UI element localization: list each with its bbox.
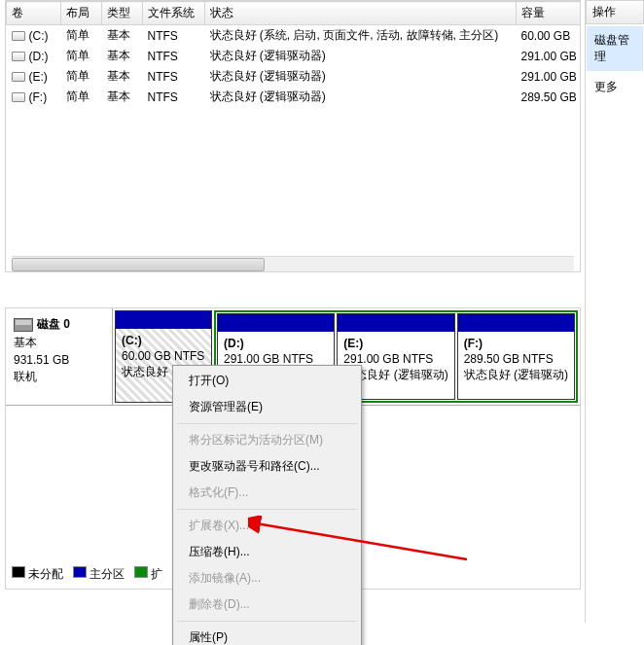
- partition-header: [218, 314, 334, 332]
- actions-disk-management[interactable]: 磁盘管理: [587, 26, 643, 71]
- drive-icon: [12, 92, 25, 102]
- col-filesystem[interactable]: 文件系统: [143, 2, 205, 25]
- menu-open[interactable]: 打开(O): [175, 368, 359, 394]
- legend-unallocated: 未分配: [28, 567, 63, 581]
- horizontal-scrollbar[interactable]: [12, 256, 574, 271]
- disk-size: 931.51 GB: [14, 353, 104, 367]
- drive-icon: [12, 72, 25, 82]
- legend-swatch-unallocated: [12, 566, 25, 578]
- menu-format: 格式化(F)...: [175, 480, 359, 506]
- partition-header: [116, 311, 211, 329]
- col-volume[interactable]: 卷: [7, 2, 61, 25]
- disk-icon: [14, 318, 33, 332]
- part-letter: (F:): [464, 336, 568, 351]
- disk-label-block[interactable]: 磁盘 0 基本 931.51 GB 联机: [6, 308, 113, 405]
- col-type[interactable]: 类型: [102, 2, 143, 25]
- drive-icon: [12, 52, 25, 61]
- col-capacity[interactable]: 容量: [517, 2, 582, 25]
- disk-title: 磁盘 0: [37, 316, 70, 333]
- actions-panel: 操作 磁盘管理 更多: [586, 0, 644, 623]
- part-size: 289.50 GB NTFS: [464, 351, 568, 367]
- actions-title: 操作: [586, 0, 644, 24]
- menu-separator: [177, 509, 357, 510]
- legend: 未分配 主分区 扩: [12, 566, 162, 583]
- part-letter: (C:): [122, 333, 205, 348]
- menu-extend: 扩展卷(X)...: [175, 513, 359, 539]
- context-menu: 打开(O) 资源管理器(E) 将分区标记为活动分区(M) 更改驱动器号和路径(C…: [172, 365, 362, 645]
- disk-state: 联机: [14, 369, 104, 385]
- table-row[interactable]: (D:)简单基本NTFS状态良好 (逻辑驱动器)291.00 GB238.8: [7, 46, 582, 66]
- col-layout[interactable]: 布局: [61, 2, 102, 25]
- menu-add-mirror: 添加镜像(A)...: [175, 565, 359, 591]
- part-letter: (E:): [343, 336, 447, 351]
- drive-icon: [12, 31, 25, 41]
- legend-primary: 主分区: [89, 567, 125, 581]
- actions-more[interactable]: 更多: [587, 73, 643, 101]
- partition-f[interactable]: (F:) 289.50 GB NTFS 状态良好 (逻辑驱动): [457, 313, 575, 400]
- partition-header: [338, 314, 453, 332]
- menu-change-path[interactable]: 更改驱动器号和路径(C)...: [175, 453, 359, 480]
- table-header-row: 卷 布局 类型 文件系统 状态 容量 可用: [7, 2, 582, 25]
- volume-table: 卷 布局 类型 文件系统 状态 容量 可用 (C:)简单基本NTFS状态良好 (…: [6, 1, 581, 107]
- table-row[interactable]: (E:)简单基本NTFS状态良好 (逻辑驱动器)291.00 GB282.4: [7, 66, 582, 87]
- legend-swatch-extended: [134, 566, 148, 578]
- table-row[interactable]: (C:)简单基本NTFS状态良好 (系统, 启动, 页面文件, 活动, 故障转储…: [7, 25, 582, 47]
- menu-separator: [177, 621, 357, 622]
- part-status: 状态良好 (逻辑驱动): [464, 367, 568, 382]
- col-status[interactable]: 状态: [205, 2, 517, 25]
- menu-explorer[interactable]: 资源管理器(E): [175, 394, 359, 420]
- menu-properties[interactable]: 属性(P): [175, 625, 359, 645]
- part-letter: (D:): [224, 336, 328, 351]
- table-row[interactable]: (F:)简单基本NTFS状态良好 (逻辑驱动器)289.50 GB271.1: [7, 87, 582, 107]
- menu-shrink[interactable]: 压缩卷(H)...: [175, 539, 359, 565]
- scrollbar-thumb[interactable]: [12, 258, 265, 271]
- menu-mark-active: 将分区标记为活动分区(M): [175, 427, 359, 453]
- menu-separator: [177, 423, 357, 424]
- menu-delete: 删除卷(D)...: [175, 591, 359, 618]
- legend-extended: 扩: [151, 567, 162, 581]
- volume-list: 卷 布局 类型 文件系统 状态 容量 可用 (C:)简单基本NTFS状态良好 (…: [5, 0, 581, 272]
- partition-header: [458, 314, 574, 332]
- legend-swatch-primary: [73, 566, 87, 578]
- part-size: 60.00 GB NTFS: [122, 348, 205, 364]
- disk-type: 基本: [14, 335, 104, 351]
